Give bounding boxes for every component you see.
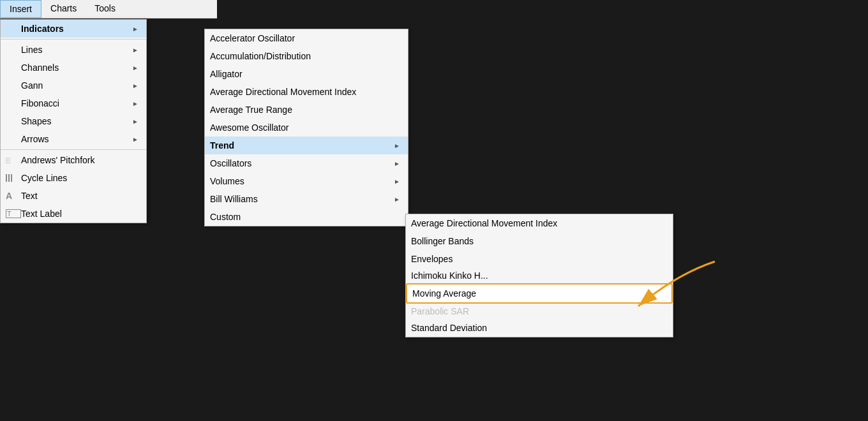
- separator-1: [1, 39, 146, 40]
- menu-item-arrows[interactable]: Arrows ►: [1, 130, 146, 148]
- accumulation-distribution-label: Accumulation/Distribution: [210, 51, 400, 61]
- text-label-icon: T: [6, 209, 21, 218]
- menu-item-gann[interactable]: Gann ►: [1, 77, 146, 94]
- menu-item-awesome-oscillator[interactable]: Awesome Oscillator: [205, 119, 408, 137]
- submenu-arrow-lines: ►: [132, 47, 138, 54]
- menu-item-accelerator-oscillator[interactable]: Accelerator Oscillator: [205, 29, 408, 47]
- menu-item-custom[interactable]: Custom: [205, 208, 408, 226]
- average-true-range-label: Average True Range: [210, 105, 400, 115]
- awesome-oscillator-label: Awesome Oscillator: [210, 122, 400, 133]
- shapes-label: Shapes: [21, 116, 124, 126]
- cycle-lines-label: Cycle Lines: [21, 173, 138, 183]
- submenu-arrow-oscillators: ►: [394, 160, 400, 167]
- lines-label: Lines: [21, 45, 124, 55]
- menubar-charts[interactable]: Charts: [41, 0, 86, 18]
- menu-item-oscillators[interactable]: Oscillators ►: [205, 154, 408, 172]
- submenu-arrow-fibonacci: ►: [132, 100, 138, 107]
- bill-williams-label: Bill Williams: [210, 194, 386, 204]
- submenu-arrow-channels: ►: [132, 64, 138, 71]
- pitchfork-icon: ⍐: [6, 156, 21, 164]
- separator-2: [1, 149, 146, 150]
- submenu-arrow-bill-williams: ►: [394, 196, 400, 203]
- menu-item-trend-admi[interactable]: Average Directional Movement Index: [406, 214, 673, 232]
- menu-item-bill-williams[interactable]: Bill Williams ►: [205, 190, 408, 208]
- menu-item-lines[interactable]: Lines ►: [1, 41, 146, 59]
- menu-item-indicators[interactable]: Indicators ►: [1, 20, 146, 38]
- submenu-arrow-volumes: ►: [394, 178, 400, 185]
- menu-item-moving-average[interactable]: Moving Average: [406, 283, 673, 304]
- menu-item-average-true-range[interactable]: Average True Range: [205, 101, 408, 119]
- menubar: Insert Charts Tools: [0, 0, 217, 18]
- menu-item-average-directional-movement[interactable]: Average Directional Movement Index: [205, 83, 408, 101]
- indicators-submenu-dropdown: Accelerator Oscillator Accumulation/Dist…: [204, 29, 408, 226]
- indicators-label: Indicators: [21, 24, 124, 34]
- menu-item-volumes[interactable]: Volumes ►: [205, 172, 408, 190]
- menu-item-text-label[interactable]: T Text Label: [1, 205, 146, 223]
- volumes-label: Volumes: [210, 176, 386, 186]
- bollinger-bands-label: Bollinger Bands: [411, 236, 665, 246]
- moving-average-label: Moving Average: [412, 288, 664, 299]
- menu-item-channels[interactable]: Channels ►: [1, 59, 146, 77]
- envelopes-label: Envelopes: [411, 254, 665, 264]
- menu-item-parabolic-sar[interactable]: Parabolic SAR: [406, 304, 673, 319]
- menu-item-standard-deviation[interactable]: Standard Deviation: [406, 319, 673, 337]
- submenu-arrow-shapes: ►: [132, 118, 138, 125]
- andrews-pitchfork-label: Andrews' Pitchfork: [21, 155, 138, 165]
- oscillators-label: Oscillators: [210, 158, 386, 168]
- text-label: Text: [21, 191, 138, 201]
- menu-item-trend[interactable]: Trend ►: [205, 137, 408, 154]
- menubar-insert[interactable]: Insert: [0, 0, 41, 18]
- text-icon: A: [6, 191, 21, 201]
- alligator-label: Alligator: [210, 69, 400, 79]
- trend-admi-label: Average Directional Movement Index: [411, 218, 665, 228]
- accelerator-oscillator-label: Accelerator Oscillator: [210, 33, 400, 43]
- submenu-arrow-trend: ►: [394, 142, 400, 149]
- menu-item-andrews-pitchfork[interactable]: ⍐ Andrews' Pitchfork: [1, 151, 146, 169]
- average-directional-movement-label: Average Directional Movement Index: [210, 87, 400, 97]
- submenu-arrow-gann: ►: [132, 82, 138, 89]
- parabolic-sar-label: Parabolic SAR: [411, 306, 665, 316]
- menu-item-ichimoku[interactable]: Ichimoku Kinko H...: [406, 268, 673, 283]
- trend-label: Trend: [210, 140, 386, 151]
- channels-label: Channels: [21, 63, 124, 73]
- menu-item-bollinger-bands[interactable]: Bollinger Bands: [406, 232, 673, 250]
- menu-item-alligator[interactable]: Alligator: [205, 65, 408, 83]
- menu-item-fibonacci[interactable]: Fibonacci ►: [1, 94, 146, 112]
- custom-label: Custom: [210, 212, 400, 222]
- menu-item-cycle-lines[interactable]: Cycle Lines: [1, 169, 146, 187]
- submenu-arrow-arrows: ►: [132, 136, 138, 143]
- standard-deviation-label: Standard Deviation: [411, 323, 665, 333]
- insert-menu-dropdown: Indicators ► Lines ► Channels ► Gann ► F…: [0, 19, 147, 223]
- fibonacci-label: Fibonacci: [21, 98, 124, 108]
- ichimoku-label: Ichimoku Kinko H...: [411, 270, 665, 281]
- gann-label: Gann: [21, 80, 124, 91]
- menu-item-envelopes[interactable]: Envelopes: [406, 250, 673, 268]
- menubar-tools[interactable]: Tools: [86, 0, 124, 18]
- arrows-label: Arrows: [21, 134, 124, 144]
- text-label-label: Text Label: [21, 209, 138, 219]
- menu-item-text[interactable]: A Text: [1, 187, 146, 205]
- trend-submenu-dropdown: Average Directional Movement Index Bolli…: [405, 214, 673, 337]
- menu-item-shapes[interactable]: Shapes ►: [1, 112, 146, 130]
- submenu-arrow-indicators: ►: [132, 26, 138, 33]
- menu-item-accumulation-distribution[interactable]: Accumulation/Distribution: [205, 47, 408, 65]
- cycle-lines-icon: [6, 174, 21, 182]
